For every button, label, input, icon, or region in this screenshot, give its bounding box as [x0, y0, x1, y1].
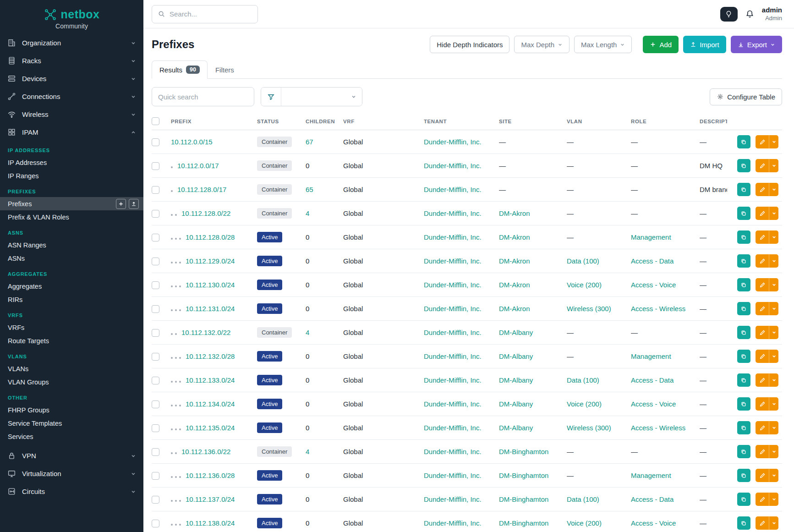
sidebar-item-racks[interactable]: Racks [0, 52, 143, 70]
sidebar-item-service-templates[interactable]: Service Templates [0, 417, 143, 430]
clone-button[interactable] [737, 493, 750, 506]
role-link[interactable]: Access - Wireless [631, 305, 685, 313]
sidebar-add-button[interactable] [116, 199, 126, 209]
children-count-link[interactable]: 67 [306, 138, 313, 146]
row-checkbox[interactable] [152, 234, 159, 241]
edit-dropdown-button[interactable] [769, 373, 778, 387]
edit-button[interactable] [756, 230, 769, 244]
clone-button[interactable] [737, 230, 750, 244]
children-count-link[interactable]: 4 [306, 448, 309, 455]
sidebar-item-prefixes[interactable]: Prefixes [0, 197, 143, 210]
role-link[interactable]: Access - Data [631, 376, 674, 384]
tenant-link[interactable]: Dunder-Mifflin, Inc. [424, 305, 482, 313]
site-link[interactable]: DM-Binghamton [499, 472, 548, 479]
clone-button[interactable] [737, 421, 750, 434]
sidebar-item-ipam[interactable]: IPAM [0, 123, 143, 141]
row-checkbox[interactable] [152, 377, 159, 384]
clone-button[interactable] [737, 207, 750, 220]
edit-dropdown-button[interactable] [769, 397, 778, 411]
column-header-tenant[interactable]: TENANT [424, 113, 499, 130]
edit-button[interactable] [756, 373, 769, 387]
edit-dropdown-button[interactable] [769, 421, 778, 434]
prefix-link[interactable]: 10.112.0.0/17 [177, 162, 219, 170]
prefix-link[interactable]: 10.112.130.0/24 [186, 281, 235, 289]
tenant-link[interactable]: Dunder-Mifflin, Inc. [424, 162, 482, 170]
column-header-vlan[interactable]: VLAN [567, 113, 631, 130]
brand-home-link[interactable]: netbox [0, 8, 143, 21]
sidebar-item-vpn[interactable]: VPN [0, 447, 143, 465]
edit-button[interactable] [756, 445, 769, 458]
prefix-link[interactable]: 10.112.135.0/24 [186, 424, 235, 432]
row-checkbox[interactable] [152, 138, 159, 146]
tab-filters[interactable]: Filters [208, 60, 242, 79]
max-depth-dropdown[interactable]: Max Depth [514, 36, 569, 53]
sidebar-item-fhrp-groups[interactable]: FHRP Groups [0, 403, 143, 417]
vlan-link[interactable]: Wireless (300) [567, 424, 611, 432]
tenant-link[interactable]: Dunder-Mifflin, Inc. [424, 352, 482, 360]
tenant-link[interactable]: Dunder-Mifflin, Inc. [424, 233, 482, 241]
sidebar-item-vlans[interactable]: VLANs [0, 362, 143, 375]
tenant-link[interactable]: Dunder-Mifflin, Inc. [424, 472, 482, 479]
row-checkbox[interactable] [152, 353, 159, 361]
row-checkbox[interactable] [152, 210, 159, 218]
clone-button[interactable] [737, 373, 750, 387]
saved-filter-select[interactable] [281, 88, 362, 106]
row-checkbox[interactable] [152, 448, 159, 456]
max-length-dropdown[interactable]: Max Length [574, 36, 632, 53]
sidebar-item-aggregates[interactable]: Aggregates [0, 280, 143, 293]
edit-button[interactable] [756, 302, 769, 315]
role-link[interactable]: Access - Voice [631, 400, 676, 408]
quick-search-input[interactable] [152, 87, 254, 106]
edit-dropdown-button[interactable] [769, 135, 778, 148]
role-link[interactable]: Management [631, 472, 671, 479]
edit-button[interactable] [756, 207, 769, 220]
sidebar-item-vrfs[interactable]: VRFs [0, 321, 143, 334]
vlan-link[interactable]: Wireless (300) [567, 305, 611, 313]
vlan-link[interactable]: Data (100) [567, 376, 599, 384]
clone-button[interactable] [737, 183, 750, 196]
import-button[interactable]: Import [683, 36, 726, 53]
column-header-status[interactable]: STATUS [257, 113, 306, 130]
sidebar-item-vlan-groups[interactable]: VLAN Groups [0, 375, 143, 389]
column-header-description[interactable]: DESCRIPTION [700, 113, 727, 130]
edit-dropdown-button[interactable] [769, 159, 778, 172]
edit-dropdown-button[interactable] [769, 230, 778, 244]
edit-button[interactable] [756, 326, 769, 339]
edit-button[interactable] [756, 493, 769, 506]
global-search[interactable] [152, 5, 258, 23]
role-link[interactable]: Management [631, 233, 671, 241]
sidebar-item-ip-addresses[interactable]: IP Addresses [0, 156, 143, 169]
tenant-link[interactable]: Dunder-Mifflin, Inc. [424, 186, 482, 193]
sidebar-item-devices[interactable]: Devices [0, 70, 143, 88]
edit-button[interactable] [756, 278, 769, 291]
column-header-site[interactable]: SITE [499, 113, 567, 130]
tenant-link[interactable]: Dunder-Mifflin, Inc. [424, 424, 482, 432]
prefix-link[interactable]: 10.112.138.0/24 [186, 519, 235, 527]
prefix-link[interactable]: 10.112.0.0/15 [171, 138, 213, 146]
clone-button[interactable] [737, 302, 750, 315]
prefix-link[interactable]: 10.112.137.0/24 [186, 495, 235, 503]
edit-button[interactable] [756, 421, 769, 434]
column-header-role[interactable]: ROLE [631, 113, 700, 130]
theme-toggle-button[interactable] [720, 7, 738, 22]
site-link[interactable]: DM-Akron [499, 209, 530, 217]
sidebar-item-asns[interactable]: ASNs [0, 252, 143, 265]
site-link[interactable]: DM-Albany [499, 424, 533, 432]
sidebar-item-wireless[interactable]: Wireless [0, 105, 143, 123]
edit-button[interactable] [756, 469, 769, 482]
clone-button[interactable] [737, 278, 750, 291]
tenant-link[interactable]: Dunder-Mifflin, Inc. [424, 495, 482, 503]
clone-button[interactable] [737, 326, 750, 339]
vlan-link[interactable]: Voice (200) [567, 400, 602, 408]
tab-results[interactable]: Results 90 [152, 60, 208, 79]
site-link[interactable]: DM-Albany [499, 376, 533, 384]
column-header-vrf[interactable]: VRF [343, 113, 424, 130]
row-checkbox[interactable] [152, 258, 159, 265]
row-checkbox[interactable] [152, 186, 159, 194]
row-checkbox[interactable] [152, 305, 159, 313]
prefix-link[interactable]: 10.112.136.0/22 [181, 448, 230, 455]
sidebar-item-ip-ranges[interactable]: IP Ranges [0, 169, 143, 182]
edit-button[interactable] [756, 159, 769, 172]
clone-button[interactable] [737, 516, 750, 530]
prefix-link[interactable]: 10.112.132.0/22 [181, 329, 230, 336]
